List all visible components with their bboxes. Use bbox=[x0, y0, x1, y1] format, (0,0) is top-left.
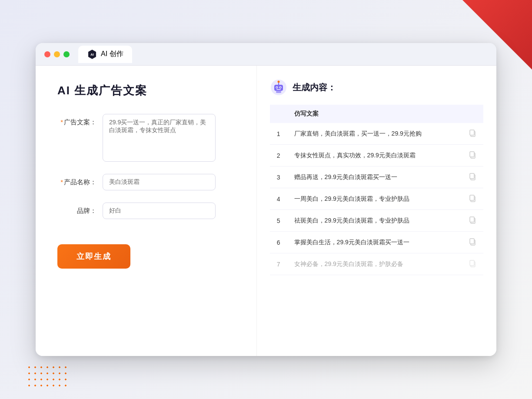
ad-copy-required: * bbox=[60, 118, 63, 126]
table-row: 6掌握美白生活，29.9元美白淡斑霜买一送一 bbox=[270, 232, 483, 253]
row-number: 6 bbox=[270, 232, 287, 253]
copy-button-cell bbox=[462, 210, 483, 232]
result-table: 仿写文案 1厂家直销，美白淡斑霜，买一送一，29.9元抢购2专抹女性斑点，真实功… bbox=[270, 105, 483, 275]
copy-icon[interactable] bbox=[469, 153, 476, 160]
result-tbody: 1厂家直销，美白淡斑霜，买一送一，29.9元抢购2专抹女性斑点，真实功效，29.… bbox=[270, 123, 483, 275]
row-text: 赠品再送，29.9元美白淡斑霜买一送一 bbox=[287, 166, 462, 188]
product-name-required: * bbox=[60, 178, 63, 186]
table-header-row: 仿写文案 bbox=[270, 105, 483, 123]
row-text: 女神必备，29.9元美白淡斑霜，护肤必备 bbox=[287, 253, 462, 275]
col-copy: 仿写文案 bbox=[287, 105, 462, 123]
brand-group: 品牌： bbox=[57, 203, 235, 219]
traffic-lights bbox=[44, 51, 70, 57]
row-number: 2 bbox=[270, 145, 287, 166]
row-number: 4 bbox=[270, 188, 287, 210]
copy-button-cell bbox=[462, 188, 483, 210]
col-action bbox=[462, 105, 483, 123]
copy-button-cell bbox=[462, 232, 483, 253]
svg-rect-17 bbox=[470, 173, 474, 179]
main-content: AI 生成广告文案 *广告文案： 29.9买一送一，真正的厂家直销，美白淡斑霜，… bbox=[36, 66, 496, 356]
copy-icon[interactable] bbox=[469, 196, 476, 203]
row-text: 厂家直销，美白淡斑霜，买一送一，29.9元抢购 bbox=[287, 123, 462, 145]
svg-rect-10 bbox=[276, 91, 281, 93]
copy-icon[interactable] bbox=[469, 240, 476, 247]
browser-window: AI AI 创作 AI 生成广告文案 *广告文案： 29.9买一送一，真正的厂家… bbox=[36, 43, 496, 356]
svg-rect-15 bbox=[470, 152, 474, 157]
tab-label: AI 创作 bbox=[101, 50, 123, 59]
row-number: 3 bbox=[270, 166, 287, 188]
svg-point-6 bbox=[276, 87, 277, 88]
row-text: 祛斑美白，29.9元美白淡斑霜，专业护肤品 bbox=[287, 210, 462, 232]
table-row: 4一周美白，29.9元美白淡斑霜，专业护肤品 bbox=[270, 188, 483, 210]
ad-copy-group: *广告文案： 29.9买一送一，真正的厂家直销，美白淡斑霜，专抹女性斑点 bbox=[57, 114, 235, 162]
left-panel: AI 生成广告文案 *广告文案： 29.9买一送一，真正的厂家直销，美白淡斑霜，… bbox=[36, 66, 257, 356]
copy-icon[interactable] bbox=[469, 218, 476, 225]
ai-logo-icon: AI bbox=[87, 49, 97, 60]
row-number: 5 bbox=[270, 210, 287, 232]
product-name-group: *产品名称： bbox=[57, 174, 235, 190]
product-name-input[interactable] bbox=[103, 174, 216, 190]
svg-point-7 bbox=[280, 87, 281, 88]
minimize-button[interactable] bbox=[54, 51, 60, 57]
ad-copy-label: *广告文案： bbox=[57, 114, 96, 126]
row-number: 7 bbox=[270, 253, 287, 275]
generate-button[interactable]: 立即生成 bbox=[57, 244, 130, 269]
col-num bbox=[270, 105, 287, 123]
row-text: 掌握美白生活，29.9元美白淡斑霜买一送一 bbox=[287, 232, 462, 253]
robot-icon bbox=[270, 79, 287, 96]
svg-text:AI: AI bbox=[90, 53, 94, 57]
row-text: 专抹女性斑点，真实功效，29.9元美白淡斑霜 bbox=[287, 145, 462, 166]
copy-button-cell bbox=[462, 123, 483, 145]
close-button[interactable] bbox=[44, 51, 50, 57]
page-title: AI 生成广告文案 bbox=[57, 83, 235, 98]
result-header: 生成内容： bbox=[270, 79, 483, 96]
brand-input[interactable] bbox=[103, 203, 216, 219]
table-row: 5祛斑美白，29.9元美白淡斑霜，专业护肤品 bbox=[270, 210, 483, 232]
svg-rect-11 bbox=[276, 89, 281, 90]
decorative-dots bbox=[26, 364, 70, 390]
right-panel: 生成内容： 仿写文案 1厂家直销，美白淡斑霜，买一送一，29.9元抢购2专抹女性… bbox=[257, 66, 496, 356]
svg-rect-23 bbox=[470, 239, 474, 244]
result-title: 生成内容： bbox=[293, 82, 336, 93]
row-number: 1 bbox=[270, 123, 287, 145]
copy-button-cell bbox=[462, 253, 483, 275]
svg-rect-19 bbox=[470, 195, 474, 200]
svg-rect-21 bbox=[470, 217, 474, 222]
table-row: 1厂家直销，美白淡斑霜，买一送一，29.9元抢购 bbox=[270, 123, 483, 145]
brand-label: 品牌： bbox=[57, 203, 96, 215]
svg-rect-25 bbox=[470, 260, 474, 266]
table-row: 7女神必备，29.9元美白淡斑霜，护肤必备 bbox=[270, 253, 483, 275]
copy-icon[interactable] bbox=[469, 175, 476, 182]
maximize-button[interactable] bbox=[63, 51, 70, 57]
copy-button-cell bbox=[462, 166, 483, 188]
ai-tab[interactable]: AI AI 创作 bbox=[78, 46, 132, 63]
table-row: 3赠品再送，29.9元美白淡斑霜买一送一 bbox=[270, 166, 483, 188]
copy-icon[interactable] bbox=[469, 131, 476, 138]
svg-rect-13 bbox=[470, 130, 474, 135]
table-row: 2专抹女性斑点，真实功效，29.9元美白淡斑霜 bbox=[270, 145, 483, 166]
copy-icon[interactable] bbox=[469, 262, 476, 269]
title-bar: AI AI 创作 bbox=[36, 43, 496, 66]
copy-button-cell bbox=[462, 145, 483, 166]
svg-point-9 bbox=[277, 81, 279, 83]
ad-copy-textarea[interactable]: 29.9买一送一，真正的厂家直销，美白淡斑霜，专抹女性斑点 bbox=[103, 114, 216, 162]
product-name-label: *产品名称： bbox=[57, 174, 96, 186]
row-text: 一周美白，29.9元美白淡斑霜，专业护肤品 bbox=[287, 188, 462, 210]
